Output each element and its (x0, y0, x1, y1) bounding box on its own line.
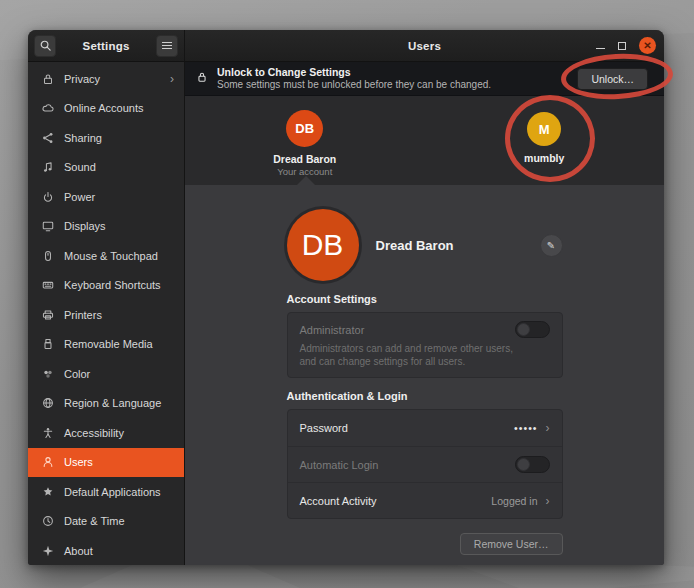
sidebar-item-color[interactable]: Color (28, 359, 184, 389)
password-label: Password (300, 422, 348, 434)
chevron-right-icon: › (170, 72, 174, 86)
sidebar-item-label: Users (64, 456, 93, 468)
sidebar-item-label: Accessibility (64, 427, 124, 439)
users-panel: Unlock to Change Settings Some settings … (185, 62, 664, 565)
lock-icon (40, 71, 55, 86)
carousel-user-name: Dread Baron (273, 153, 336, 165)
edit-name-button[interactable]: ✎ (540, 234, 563, 257)
automatic-login-switch[interactable] (515, 456, 550, 473)
sidebar-item-displays[interactable]: Displays (28, 212, 184, 242)
sidebar-item-region-language[interactable]: Region & Language (28, 389, 184, 419)
account-activity-value: Logged in (491, 495, 537, 507)
cloud-icon (40, 101, 55, 116)
sidebar-item-default-applications[interactable]: Default Applications (28, 477, 184, 507)
sidebar-item-users[interactable]: Users (28, 448, 184, 478)
infobar-title: Unlock to Change Settings (217, 66, 491, 79)
sidebar-item-about[interactable]: About (28, 536, 184, 565)
automatic-login-row: Automatic Login (288, 446, 562, 482)
section-header-account-settings: Account Settings (287, 293, 563, 305)
unlock-infobar: Unlock to Change Settings Some settings … (185, 62, 664, 96)
hamburger-icon (162, 42, 172, 49)
sidebar-item-label: Online Accounts (64, 102, 144, 114)
minimize-icon (596, 48, 605, 49)
carousel-user-dread-baron[interactable]: DB Dread Baron Your account (185, 96, 425, 185)
unlock-button[interactable]: Unlock… (577, 68, 648, 90)
sidebar-item-label: Power (64, 191, 95, 203)
administrator-description: Administrators can add and remove other … (300, 342, 530, 368)
administrator-label: Administrator (300, 324, 365, 336)
sidebar-item-sound[interactable]: Sound (28, 153, 184, 183)
printer-icon (40, 307, 55, 322)
chevron-right-icon: › (546, 494, 550, 508)
account-activity-row[interactable]: Account Activity Logged in › (288, 482, 562, 518)
remove-user-row: Remove User… (287, 533, 563, 555)
search-icon (39, 39, 52, 52)
globe-icon (40, 396, 55, 411)
sidebar-item-label: Mouse & Touchpad (64, 250, 158, 262)
carousel-user-mumbly[interactable]: M mumbly (425, 96, 665, 185)
star-icon (40, 484, 55, 499)
clock-icon (40, 514, 55, 529)
keyboard-icon (40, 278, 55, 293)
sidebar-item-label: Keyboard Shortcuts (64, 279, 161, 291)
sidebar-item-label: Region & Language (64, 397, 161, 409)
sidebar-item-date-time[interactable]: Date & Time (28, 507, 184, 537)
padlock-icon (195, 70, 209, 88)
sidebar-item-label: Default Applications (64, 486, 161, 498)
pencil-icon: ✎ (547, 240, 555, 251)
chevron-right-icon: › (546, 421, 550, 435)
account-settings-card: Administrator Administrators can add and… (287, 312, 563, 378)
close-button[interactable]: ✕ (639, 37, 656, 54)
main-headerbar[interactable]: Users ✕ (185, 30, 664, 62)
password-row[interactable]: Password ••••• › (288, 410, 562, 446)
sidebar-item-privacy[interactable]: Privacy › (28, 64, 184, 94)
infobar-text: Unlock to Change Settings Some settings … (217, 66, 491, 92)
share-icon (40, 130, 55, 145)
administrator-switch[interactable] (515, 321, 550, 338)
user-carousel: DB Dread Baron Your account M mumbly (185, 96, 664, 185)
sidebar-item-power[interactable]: Power (28, 182, 184, 212)
sidebar-item-mouse-touchpad[interactable]: Mouse & Touchpad (28, 241, 184, 271)
sidebar-item-label: Date & Time (64, 515, 125, 527)
sidebar-item-label: Removable Media (64, 338, 153, 350)
user-details: DB Dread Baron ✎ Account Settings Admini… (185, 185, 664, 565)
selected-user-caret (297, 176, 315, 185)
display-icon (40, 219, 55, 234)
sidebar-item-online-accounts[interactable]: Online Accounts (28, 94, 184, 124)
sidebar-headerbar: Settings (28, 30, 185, 62)
minimize-button[interactable] (596, 42, 605, 49)
search-button[interactable] (34, 35, 56, 57)
window-controls: ✕ (596, 30, 656, 61)
sidebar-item-removable-media[interactable]: Removable Media (28, 330, 184, 360)
sidebar-item-label: Sound (64, 161, 96, 173)
profile-name: Dread Baron (376, 238, 454, 253)
sidebar-item-accessibility[interactable]: Accessibility (28, 418, 184, 448)
infobar-subtitle: Some settings must be unlocked before th… (217, 79, 491, 92)
sidebar-item-keyboard-shortcuts[interactable]: Keyboard Shortcuts (28, 271, 184, 301)
profile-row: DB Dread Baron ✎ (287, 209, 563, 281)
settings-window: Settings Users ✕ Privacy › Online Ac (28, 30, 664, 565)
desktop: Settings Users ✕ Privacy › Online Ac (0, 0, 694, 588)
accessibility-icon (40, 425, 55, 440)
sidebar-item-label: About (64, 545, 93, 557)
password-value: ••••• (514, 422, 537, 434)
profile-avatar[interactable]: DB (287, 209, 359, 281)
sidebar-item-label: Printers (64, 309, 102, 321)
panel-title: Users (408, 40, 441, 52)
usb-drive-icon (40, 337, 55, 352)
sidebar-item-label: Color (64, 368, 90, 380)
carousel-user-name: mumbly (524, 152, 564, 164)
menu-button[interactable] (156, 35, 178, 57)
automatic-login-label: Automatic Login (300, 459, 379, 471)
sidebar-item-label: Sharing (64, 132, 102, 144)
sidebar-item-printers[interactable]: Printers (28, 300, 184, 330)
remove-user-button[interactable]: Remove User… (460, 533, 563, 555)
sidebar-item-label: Displays (64, 220, 106, 232)
switch-knob (517, 323, 530, 336)
maximize-icon (618, 42, 626, 50)
sidebar-item-sharing[interactable]: Sharing (28, 123, 184, 153)
mouse-icon (40, 248, 55, 263)
user-icon (40, 455, 55, 470)
avatar-dread-baron: DB (286, 110, 323, 147)
maximize-button[interactable] (618, 42, 626, 50)
